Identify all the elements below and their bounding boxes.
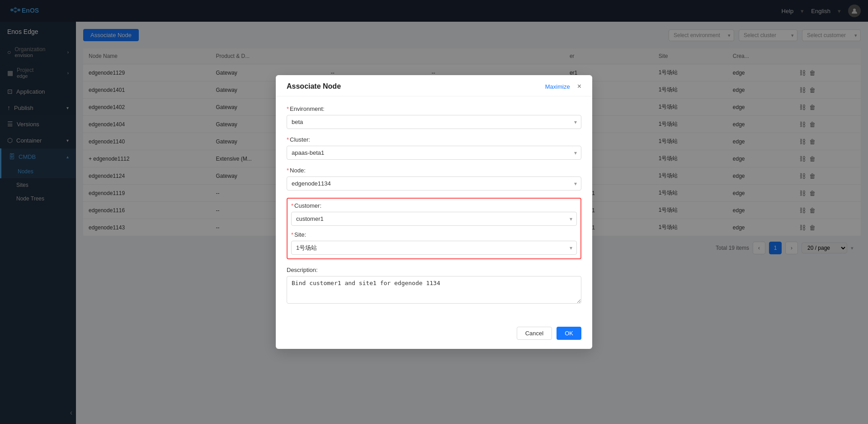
description-textarea[interactable]: Bind customer1 and site1 for edgenode 11…	[287, 276, 581, 304]
cancel-button[interactable]: Cancel	[517, 327, 552, 340]
customer-select-wrap: customer1	[291, 212, 577, 226]
modal-maximize-button[interactable]: Maximize	[545, 83, 570, 90]
node-select[interactable]: edgenode1134	[287, 176, 581, 191]
site-required-mark: *	[291, 231, 293, 238]
environment-row: * Environment: beta	[287, 105, 581, 129]
node-row: * Node: edgenode1134	[287, 167, 581, 191]
env-required-mark: *	[287, 105, 289, 112]
customer-required-mark: *	[291, 202, 293, 209]
description-row: Description: Bind customer1 and site1 fo…	[287, 267, 581, 305]
modal-footer: Cancel OK	[276, 321, 592, 349]
modal-header: Associate Node Maximize ×	[276, 75, 592, 96]
node-label: * Node:	[287, 167, 581, 174]
node-select-wrap: edgenode1134	[287, 176, 581, 191]
site-select-wrap: 1号场站	[291, 241, 577, 255]
customer-site-highlight-box: * Customer: customer1 * Site:	[287, 198, 581, 259]
modal-overlay: Associate Node Maximize × * Environment:…	[0, 0, 868, 424]
ok-button[interactable]: OK	[557, 327, 581, 340]
modal-header-right: Maximize ×	[545, 82, 581, 91]
environment-select[interactable]: beta	[287, 115, 581, 129]
site-row: * Site: 1号场站	[291, 231, 577, 255]
description-label: Description:	[287, 267, 581, 273]
site-select[interactable]: 1号场站	[291, 241, 577, 255]
cluster-label: * Cluster:	[287, 136, 581, 143]
environment-label: * Environment:	[287, 105, 581, 112]
customer-row: * Customer: customer1	[291, 202, 577, 226]
cluster-select[interactable]: apaas-beta1	[287, 146, 581, 160]
environment-select-wrap: beta	[287, 115, 581, 129]
cluster-select-wrap: apaas-beta1	[287, 146, 581, 160]
cluster-row: * Cluster: apaas-beta1	[287, 136, 581, 160]
modal-body: * Environment: beta * Cluster: apaas-	[276, 96, 592, 321]
associate-node-modal: Associate Node Maximize × * Environment:…	[276, 75, 592, 349]
cluster-required-mark: *	[287, 136, 289, 143]
customer-label: * Customer:	[291, 202, 577, 209]
node-required-mark: *	[287, 167, 289, 174]
modal-title: Associate Node	[287, 82, 341, 91]
modal-close-button[interactable]: ×	[577, 82, 581, 91]
site-label: * Site:	[291, 231, 577, 238]
customer-select[interactable]: customer1	[291, 212, 577, 226]
